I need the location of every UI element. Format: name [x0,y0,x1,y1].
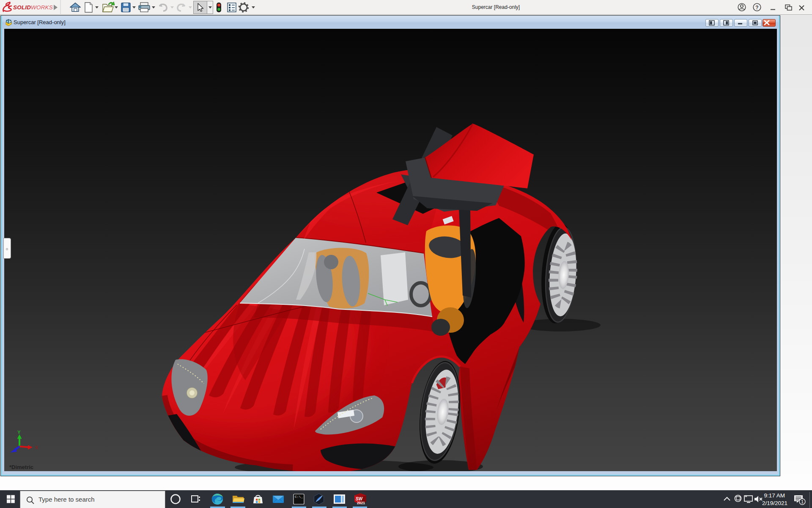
svg-text:SOLID: SOLID [13,4,31,11]
svg-text:*Dimetric: *Dimetric [9,464,33,470]
svg-text:1: 1 [801,499,804,504]
svg-text:WORKS: WORKS [31,4,53,11]
svg-text:C:\_: C:\_ [295,495,303,499]
svg-text:X: X [35,445,38,450]
svg-text:2/19/2021: 2/19/2021 [762,500,787,506]
svg-text:2021: 2021 [357,501,365,505]
svg-text:?: ? [755,5,758,11]
svg-text:9:17 AM: 9:17 AM [764,492,785,499]
svg-text:Y: Y [17,430,21,435]
